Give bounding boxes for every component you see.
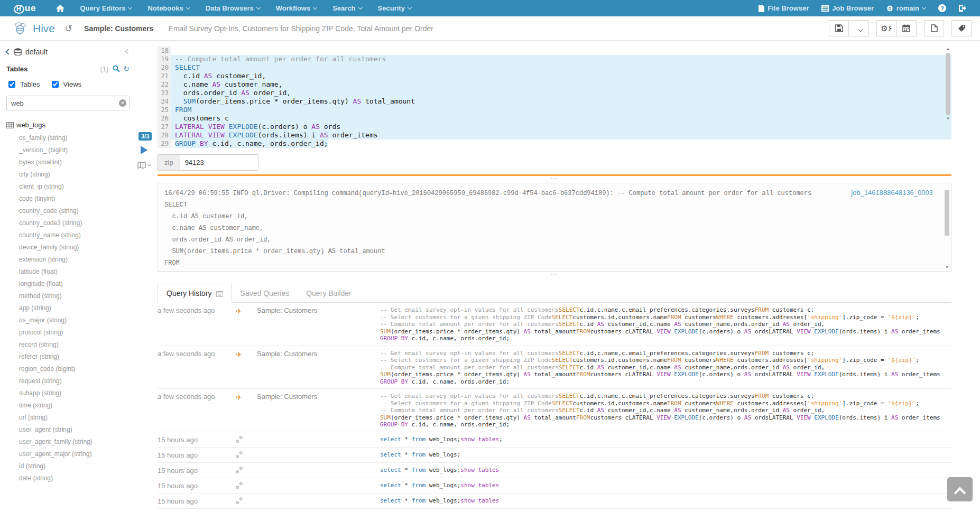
tables-checkbox-label: Tables: [20, 80, 40, 88]
home-icon[interactable]: [48, 0, 72, 16]
calendar-clear-icon[interactable]: [216, 290, 223, 297]
database-icon: [14, 48, 22, 55]
table-column[interactable]: country_name (string): [6, 229, 130, 241]
logout-button[interactable]: [953, 0, 973, 16]
history-row[interactable]: 15 hours agoselect * from web_logs;show …: [158, 478, 951, 494]
nav-menu-data-browsers[interactable]: Data Browsers: [198, 0, 268, 16]
history-row[interactable]: a few seconds ago✈Sample: Customers-- Ge…: [158, 389, 951, 432]
paper-plane-icon: ✈: [236, 350, 242, 359]
scroll-top-button[interactable]: [947, 477, 973, 501]
history-icon[interactable]: ↺: [64, 23, 72, 34]
table-column[interactable]: record (string): [6, 339, 130, 351]
hue-logo[interactable]: HHUEue: [0, 3, 48, 14]
table-column[interactable]: extension (string): [6, 254, 130, 266]
table-column[interactable]: referer (string): [6, 351, 130, 363]
history-query-name: Sample: Customers: [257, 306, 380, 342]
nav-menu-query-editors[interactable]: Query Editors: [72, 0, 140, 16]
table-column[interactable]: country_code (string): [6, 205, 130, 217]
history-row[interactable]: a few seconds ago✈Sample: Customers-- Ge…: [158, 303, 951, 346]
nav-menu-security[interactable]: Security: [370, 0, 419, 16]
query-history-table: a few seconds ago✈Sample: Customers-- Ge…: [158, 303, 951, 509]
table-column[interactable]: latitude (float): [6, 266, 130, 278]
code-line: 28LATERAL VIEW EXPLODE(ords.items) i AS …: [158, 131, 951, 139]
table-column[interactable]: os_major (string): [6, 314, 130, 327]
tab-query-history[interactable]: Query History: [158, 284, 232, 303]
save-dropdown-button[interactable]: [849, 20, 869, 36]
history-row[interactable]: 15 hours agoselect * from web_logs;show …: [158, 494, 951, 509]
history-sql-preview: select * from web_logs;show tables;: [380, 436, 951, 444]
editor-area: 3/3 18 19-- Compute total amount per ord…: [134, 41, 980, 511]
table-column[interactable]: region_code (bigint): [6, 363, 130, 375]
refresh-icon[interactable]: ↻: [123, 64, 130, 73]
table-column[interactable]: _version_ (bigint): [6, 144, 130, 156]
table-column[interactable]: subapp (string): [6, 387, 130, 399]
table-column[interactable]: request (string): [6, 375, 130, 387]
user-menu[interactable]: ⚙ romain: [880, 0, 932, 16]
history-row[interactable]: 15 hours agoselect * from web_logs;: [158, 448, 951, 463]
tab-query-builder[interactable]: Query Builder: [298, 284, 360, 302]
table-column[interactable]: client_ip (string): [6, 181, 130, 193]
nav-menu-search[interactable]: Search: [325, 0, 369, 16]
history-time: a few seconds ago: [158, 306, 236, 342]
table-column[interactable]: user_agent_major (string): [6, 448, 130, 460]
variable-input[interactable]: [180, 154, 258, 171]
database-name[interactable]: default: [25, 48, 48, 56]
history-row[interactable]: 15 hours agoselect * from web_logs;show …: [158, 432, 951, 448]
table-column[interactable]: os_family (string): [6, 132, 130, 144]
history-row[interactable]: 15 hours agoselect * from web_logs;show …: [158, 463, 951, 478]
editor-scrollbar[interactable]: ▲ ▼: [945, 46, 951, 148]
table-column[interactable]: app (string): [6, 302, 130, 314]
back-icon[interactable]: [5, 49, 11, 54]
file-icon: [759, 5, 764, 12]
help-button[interactable]: ?: [932, 0, 953, 16]
search-icon[interactable]: [113, 65, 120, 72]
table-column[interactable]: country_code3 (string): [6, 217, 130, 229]
tags-button[interactable]: [951, 20, 972, 36]
tab-saved-queries[interactable]: Saved Queries: [232, 284, 298, 302]
views-checkbox[interactable]: [52, 81, 59, 88]
code-editor[interactable]: 18 19-- Compute total amount per order f…: [158, 46, 951, 148]
list-icon: [821, 5, 829, 12]
clear-filter-icon[interactable]: ✕: [119, 99, 126, 107]
job-browser-link[interactable]: Job Browser: [815, 0, 880, 16]
table-column[interactable]: device_family (string): [6, 241, 130, 254]
table-column[interactable]: protocol (string): [6, 327, 130, 339]
table-column[interactable]: user_agent_family (string): [6, 436, 130, 448]
execute-button[interactable]: [141, 146, 147, 154]
nav-menu-notebooks[interactable]: Notebooks: [140, 0, 197, 16]
table-column[interactable]: url (string): [6, 412, 130, 424]
save-button[interactable]: [829, 20, 849, 36]
table-column[interactable]: user_agent (string): [6, 424, 130, 436]
history-row[interactable]: a few seconds ago✈Sample: Customers-- Ge…: [158, 346, 951, 389]
table-column[interactable]: date (string): [6, 472, 130, 485]
table-item[interactable]: web_logs: [6, 121, 130, 129]
table-column[interactable]: bytes (smallint): [6, 156, 130, 169]
nav-menu-workflows[interactable]: Workflows: [268, 0, 325, 16]
table-column[interactable]: code (tinyint): [6, 193, 130, 205]
table-filter-input[interactable]: [6, 96, 130, 110]
file-browser-link[interactable]: File Browser: [752, 0, 815, 16]
code-line: 26 customers c: [158, 114, 951, 123]
code-line: 24 SUM(order_items.price * order_items.q…: [158, 97, 951, 106]
schedule-button[interactable]: [896, 20, 917, 36]
new-document-button[interactable]: [924, 20, 944, 36]
history-sql-preview: -- Get email survey opt-in values for al…: [380, 393, 951, 429]
variable-label: zip: [158, 154, 180, 171]
job-link[interactable]: job_1461888648136_0003: [847, 188, 937, 198]
code-line: 29GROUP BY c.id, c.name, ords.order_id;: [158, 139, 951, 148]
log-line: c.id AS customer_id,: [164, 211, 938, 222]
functions-panel-button[interactable]: [137, 162, 151, 169]
tables-checkbox[interactable]: [8, 81, 15, 88]
code-line: 22 c.name AS customer_name,: [158, 80, 951, 89]
table-column[interactable]: method (string): [6, 290, 130, 302]
table-column[interactable]: time (string): [6, 399, 130, 412]
code-line: 21 c.id AS customer_id,: [158, 72, 951, 80]
table-column[interactable]: longitude (float): [6, 278, 130, 290]
resize-handle[interactable]: ⋯: [158, 176, 951, 183]
log-scrollbar[interactable]: ▼: [944, 184, 950, 271]
table-column[interactable]: city (string): [6, 169, 130, 181]
resize-handle[interactable]: ⋯: [158, 272, 951, 278]
table-column[interactable]: id (string): [6, 460, 130, 472]
log-line: customers c: [164, 269, 938, 272]
settings-button[interactable]: ⚙۶: [876, 20, 896, 36]
